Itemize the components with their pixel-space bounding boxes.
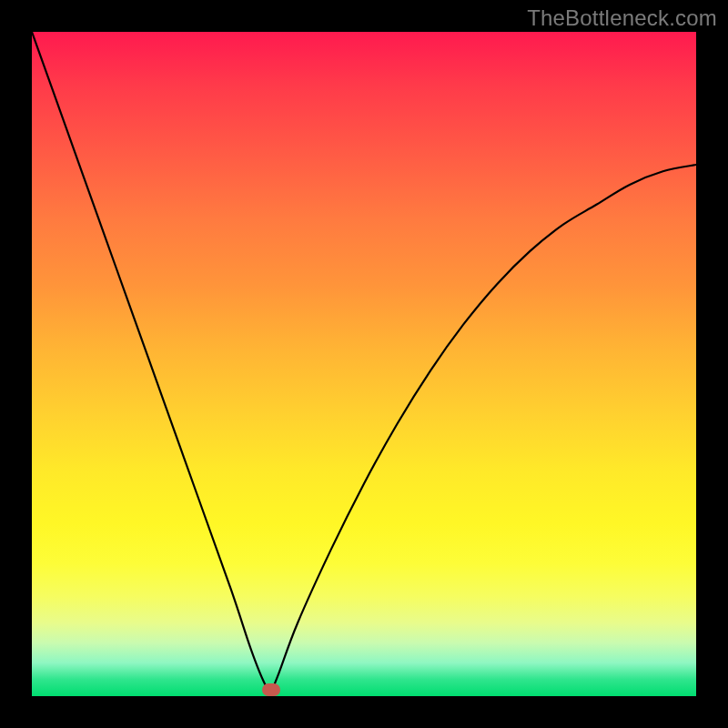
plot-area	[32, 32, 696, 696]
chart-frame: TheBottleneck.com	[0, 0, 728, 728]
optimal-point-marker	[262, 683, 280, 696]
bottleneck-curve	[32, 32, 696, 696]
watermark-text: TheBottleneck.com	[527, 5, 717, 31]
